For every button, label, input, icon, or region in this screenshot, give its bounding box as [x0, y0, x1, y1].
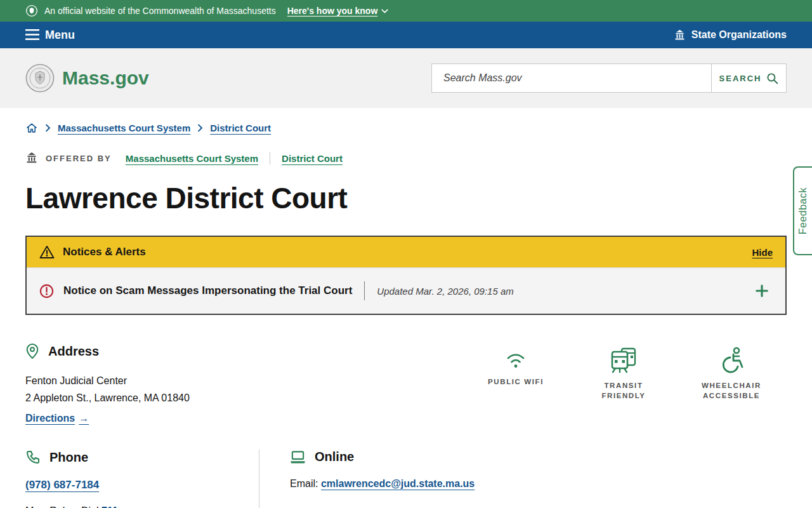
massrelay-711-link[interactable]: 711 — [102, 505, 118, 508]
address-heading-label: Address — [48, 344, 99, 359]
breadcrumb-home-link[interactable] — [25, 122, 38, 134]
address-lines: Fenton Judicial Center 2 Appleton St., L… — [25, 372, 190, 406]
search-button[interactable]: SEARCH — [711, 64, 786, 92]
massrelay-label: MassRelay: Dial — [25, 505, 102, 508]
address-line2: 2 Appleton St., Lawrence, MA 01840 — [25, 389, 190, 406]
state-seal-icon — [25, 4, 38, 17]
plus-icon — [755, 284, 769, 298]
hamburger-icon — [25, 29, 39, 41]
search-bar: SEARCH — [431, 64, 787, 93]
phone-heading-label: Phone — [49, 450, 88, 465]
chevron-right-icon — [197, 124, 204, 132]
alert-notice-title: Notice on Scam Messages Impersonating th… — [63, 284, 352, 297]
breadcrumb-link-district-court[interactable]: District Court — [210, 123, 271, 133]
arrow-right-icon: → — [79, 413, 89, 424]
alert-exclamation-icon — [39, 284, 54, 298]
wheelchair-icon — [718, 347, 745, 373]
massrelay-line: MassRelay: Dial 711 — [25, 505, 259, 508]
address-heading: Address — [25, 343, 190, 359]
feature-wheelchair-accessible: WHEELCHAIR ACCESSIBLE — [694, 347, 769, 401]
heres-how-you-know-button[interactable]: Here's how you know — [287, 6, 390, 16]
offered-by-label: OFFERED BY — [46, 154, 112, 163]
heres-how-you-know-label: Here's how you know — [287, 6, 378, 16]
email-label: Email: — [290, 478, 321, 489]
massgov-logo[interactable]: Mass.gov — [25, 64, 149, 93]
email-line: Email: cmlawrencedc@jud.state.ma.us — [290, 478, 475, 490]
menu-label: Menu — [45, 29, 75, 42]
offered-by-row: OFFERED BY Massachusetts Court System Di… — [25, 152, 787, 164]
notices-alerts-panel: Notices & Alerts Hide Notice on Scam Mes… — [25, 236, 787, 315]
main-nav-bar: Menu State Organizations — [0, 22, 812, 48]
feature-icons-row: PUBLIC WIFI TRANSIT FRIENDLY — [478, 347, 769, 401]
map-pin-icon — [25, 343, 39, 359]
offered-by-link-district-court[interactable]: District Court — [282, 153, 343, 164]
breadcrumb-link-court-system[interactable]: Massachusetts Court System — [58, 123, 190, 133]
warning-triangle-icon — [39, 245, 55, 259]
phone-number-link[interactable]: (978) 687-7184 — [25, 479, 99, 491]
capitol-building-icon — [25, 152, 38, 164]
alert-notice-updated: Updated Mar. 2, 2026, 09:15 am — [377, 286, 513, 297]
page-title: Lawrence District Court — [25, 181, 787, 215]
alert-notice-row[interactable]: Notice on Scam Messages Impersonating th… — [27, 267, 785, 314]
state-organizations-label: State Organizations — [691, 29, 787, 41]
official-banner-text: An official website of the Commonwealth … — [44, 6, 276, 16]
breadcrumb: Massachusetts Court System District Cour… — [25, 122, 787, 134]
online-heading-label: Online — [315, 450, 354, 464]
offered-by-link-court-system[interactable]: Massachusetts Court System — [126, 153, 258, 164]
wifi-icon — [502, 347, 530, 370]
notices-alerts-header: Notices & Alerts Hide — [27, 237, 785, 267]
phone-heading: Phone — [25, 450, 259, 465]
online-heading: Online — [290, 450, 475, 464]
chevron-down-icon — [381, 7, 389, 15]
transit-icon — [609, 347, 638, 373]
directions-link[interactable]: Directions → — [25, 413, 89, 424]
official-banner: An official website of the Commonwealth … — [0, 0, 812, 22]
feature-transit-friendly: TRANSIT FRIENDLY — [586, 347, 661, 401]
massgov-logo-text: Mass.gov — [62, 67, 149, 89]
address-section: Address Fenton Judicial Center 2 Appleto… — [25, 343, 190, 424]
page-content: Massachusetts Court System District Cour… — [0, 122, 812, 508]
search-icon — [766, 72, 778, 84]
location-row: Address Fenton Judicial Center 2 Appleto… — [25, 343, 787, 424]
feedback-tab[interactable]: Feedback — [793, 166, 812, 255]
feature-public-wifi: PUBLIC WIFI — [478, 347, 553, 401]
search-button-label: SEARCH — [719, 74, 762, 83]
notices-alerts-title: Notices & Alerts — [63, 246, 146, 258]
directions-label: Directions — [25, 413, 75, 424]
phone-icon — [25, 450, 41, 465]
capitol-building-icon — [674, 30, 686, 41]
online-section: Online Email: cmlawrencedc@jud.state.ma.… — [259, 450, 475, 508]
phone-number-line: (978) 687-7184 — [25, 479, 259, 491]
address-line1: Fenton Judicial Center — [25, 372, 190, 389]
expand-notice-button[interactable] — [751, 284, 773, 298]
feature-label: WHEELCHAIR ACCESSIBLE — [694, 381, 769, 401]
feature-label: TRANSIT FRIENDLY — [586, 381, 661, 401]
home-icon — [25, 122, 38, 134]
phone-section: Phone (978) 687-7184 MassRelay: Dial 711 — [25, 450, 259, 508]
state-organizations-button[interactable]: State Organizations — [674, 29, 787, 41]
hide-alerts-link[interactable]: Hide — [752, 247, 773, 258]
laptop-icon — [290, 450, 306, 464]
massgov-seal-icon — [25, 64, 55, 93]
divider — [270, 152, 270, 164]
menu-button[interactable]: Menu — [25, 29, 75, 42]
feedback-label: Feedback — [797, 187, 809, 234]
search-input[interactable] — [432, 64, 711, 92]
feature-label: PUBLIC WIFI — [488, 377, 544, 387]
contact-row: Phone (978) 687-7184 MassRelay: Dial 711… — [25, 450, 787, 508]
divider — [364, 281, 365, 300]
site-header: Mass.gov SEARCH — [0, 48, 812, 108]
email-link[interactable]: cmlawrencedc@jud.state.ma.us — [321, 478, 475, 489]
chevron-right-icon — [44, 124, 51, 132]
